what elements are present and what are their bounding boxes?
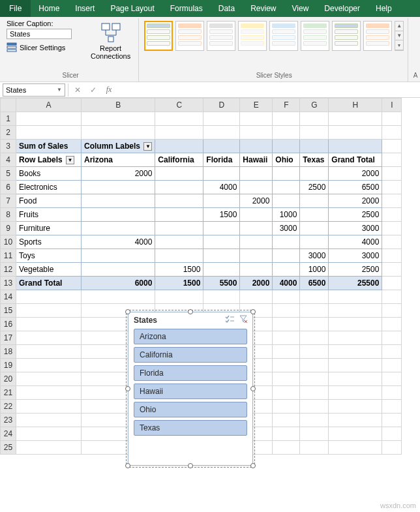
- pivot-row-labels[interactable]: Row Labels ▼: [16, 153, 82, 167]
- cell[interactable]: [16, 414, 82, 427]
- cell[interactable]: [16, 112, 82, 126]
- cell[interactable]: [329, 126, 382, 140]
- cell[interactable]: [155, 112, 203, 126]
- report-connections-button[interactable]: Report Connections: [87, 20, 134, 63]
- column-header[interactable]: G: [300, 98, 329, 112]
- style-gallery-scroll[interactable]: ▼: [395, 31, 403, 41]
- cell[interactable]: [273, 304, 300, 318]
- cell[interactable]: [300, 304, 329, 318]
- row-header[interactable]: 2: [1, 126, 16, 140]
- cell[interactable]: [300, 359, 329, 372]
- cell[interactable]: [300, 386, 329, 400]
- slicer-style-swatch[interactable]: [301, 21, 329, 51]
- row-header[interactable]: 12: [1, 263, 16, 277]
- slicer-item[interactable]: California: [134, 347, 247, 363]
- row-header[interactable]: 25: [1, 441, 16, 455]
- cell[interactable]: [329, 318, 382, 331]
- menu-insert[interactable]: Insert: [67, 0, 102, 17]
- row-header[interactable]: 15: [1, 304, 16, 318]
- resize-handle[interactable]: [125, 463, 130, 468]
- slicer-item[interactable]: Ohio: [134, 402, 247, 417]
- cell[interactable]: [382, 222, 402, 235]
- cell[interactable]: [273, 359, 300, 372]
- resize-handle[interactable]: [250, 309, 256, 314]
- cell[interactable]: [16, 126, 82, 140]
- row-header[interactable]: 1: [1, 112, 16, 126]
- cell[interactable]: [382, 400, 402, 414]
- cell[interactable]: [273, 290, 300, 304]
- cell[interactable]: [382, 153, 402, 167]
- row-header[interactable]: 4: [1, 153, 16, 167]
- cell[interactable]: [273, 318, 300, 331]
- menu-home[interactable]: Home: [31, 0, 67, 17]
- cell[interactable]: [16, 441, 82, 455]
- cell[interactable]: [382, 441, 402, 455]
- cell[interactable]: [382, 372, 402, 386]
- slicer-item[interactable]: Arizona: [134, 329, 247, 344]
- row-header[interactable]: 17: [1, 331, 16, 345]
- select-all-corner[interactable]: [1, 98, 16, 112]
- cell[interactable]: [300, 400, 329, 414]
- row-header[interactable]: 23: [1, 414, 16, 427]
- cell[interactable]: [382, 167, 402, 181]
- row-header[interactable]: 22: [1, 400, 16, 414]
- cell[interactable]: [382, 263, 402, 277]
- cell[interactable]: [382, 140, 402, 153]
- cell[interactable]: [155, 126, 203, 140]
- cell[interactable]: [382, 112, 402, 126]
- menu-help[interactable]: Help: [368, 0, 400, 17]
- cell[interactable]: [382, 194, 402, 208]
- cell[interactable]: [273, 427, 300, 441]
- slicer-settings-button[interactable]: Slicer Settings: [7, 42, 82, 53]
- cell[interactable]: [329, 331, 382, 345]
- slicer-style-swatch[interactable]: [207, 21, 235, 51]
- slicer-style-swatch[interactable]: [332, 21, 361, 51]
- cell[interactable]: [300, 331, 329, 345]
- column-header[interactable]: I: [382, 98, 402, 112]
- name-box[interactable]: States ▼: [3, 83, 65, 97]
- cell[interactable]: [329, 290, 382, 304]
- cell[interactable]: [382, 359, 402, 372]
- cell[interactable]: [240, 290, 273, 304]
- row-header[interactable]: 6: [1, 181, 16, 194]
- cell[interactable]: [382, 427, 402, 441]
- resize-handle[interactable]: [188, 463, 193, 468]
- cell[interactable]: [16, 318, 82, 331]
- cell[interactable]: [382, 304, 402, 318]
- cell[interactable]: [329, 386, 382, 400]
- slicer-style-swatch[interactable]: [144, 21, 173, 51]
- cell[interactable]: [82, 126, 155, 140]
- cell[interactable]: [240, 126, 273, 140]
- dropdown-icon[interactable]: ▼: [66, 156, 74, 164]
- cell[interactable]: [329, 345, 382, 359]
- cell[interactable]: [329, 304, 382, 318]
- cell[interactable]: [382, 331, 402, 345]
- cell[interactable]: [300, 414, 329, 427]
- row-header[interactable]: 13: [1, 277, 16, 290]
- row-header[interactable]: 16: [1, 318, 16, 331]
- row-header[interactable]: 20: [1, 372, 16, 386]
- cell[interactable]: [300, 112, 329, 126]
- cell[interactable]: [16, 290, 82, 304]
- cell[interactable]: [273, 126, 300, 140]
- resize-handle[interactable]: [250, 386, 256, 391]
- menu-view[interactable]: View: [284, 0, 317, 17]
- cell[interactable]: [16, 400, 82, 414]
- style-gallery-scroll[interactable]: ▲: [395, 22, 403, 31]
- row-header[interactable]: 14: [1, 290, 16, 304]
- resize-handle[interactable]: [125, 386, 130, 391]
- row-header[interactable]: 19: [1, 359, 16, 372]
- column-header[interactable]: C: [155, 98, 203, 112]
- slicer-panel[interactable]: States ArizonaCaliforniaFloridaHawaiiOhi…: [128, 312, 253, 466]
- row-header[interactable]: 7: [1, 194, 16, 208]
- cell[interactable]: [203, 112, 240, 126]
- cell[interactable]: [300, 427, 329, 441]
- cell[interactable]: [300, 318, 329, 331]
- cell[interactable]: [300, 345, 329, 359]
- cell[interactable]: [300, 441, 329, 455]
- slicer-item[interactable]: Florida: [134, 365, 247, 381]
- column-header[interactable]: B: [82, 98, 155, 112]
- cell[interactable]: [382, 235, 402, 249]
- fx-icon[interactable]: fx: [102, 85, 115, 95]
- menu-review[interactable]: Review: [243, 0, 284, 17]
